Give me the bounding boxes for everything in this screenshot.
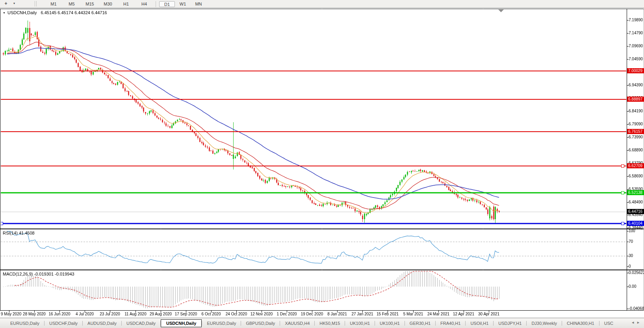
tab-usdcad-daily[interactable]: USDCAD,Daily [122,319,160,327]
rsi-pane[interactable] [1,229,627,269]
date-label: 28 May 2020 [23,312,46,316]
date-axis: 9 May 202028 May 202016 Jun 20204 Jul 20… [0,312,626,317]
chevron-down-icon[interactable]: ▾ [13,2,15,5]
toolbar-grip[interactable] [35,1,37,6]
chart-ohlc-values: 6.45145 6.45174 6.44324 6.44716 [41,10,107,15]
date-label: 24 Mar 2021 [427,312,449,316]
tab-usdchf-daily[interactable]: USDCHF,Daily [45,319,82,327]
tab-uk100-h1[interactable]: UK100,H1 [375,319,405,327]
price-tick: 7.19890 [629,18,644,22]
support-level-blue: 6.40104 [627,221,644,226]
date-label: 29 Aug 2020 [150,312,172,316]
price-tick: 6.94390 [629,83,644,88]
tab-ger30-h1[interactable]: GER30,H1 [405,319,435,327]
resistance-level-3: 6.76157 [627,129,644,134]
timeframe-button-d1[interactable]: D1 [159,1,175,7]
support-level-green: 6.52138 [627,190,644,195]
price-tick: 6.48490 [629,200,644,205]
rsi-tick: 30 [629,253,644,258]
macd-tick: -0.04068 [629,306,644,311]
price-tick: 6.73990 [629,135,644,140]
timeframe-buttons: M1M5M15M30H1H4D1W1MN [45,0,206,7]
price-tick: 6.79090 [629,122,644,127]
date-label: 8 Jan 2021 [327,312,347,316]
date-label: 23 Jul 2020 [100,312,120,316]
resistance-level-1: 7.00029 [627,68,644,73]
toolbar-separator [156,1,156,7]
date-label: 12 Apr 2021 [453,312,474,316]
tab-scroll-arrows: ◄► [631,321,642,324]
rsi-indicator-label: RSI(14) 41.4508 [3,231,35,235]
price-tick: 6.84190 [629,109,644,114]
tab-eurusd-daily[interactable]: EURUSD,Daily [6,319,44,327]
timeframe-button-w1[interactable]: W1 [175,1,191,7]
tab-dj30-weekly[interactable]: DJ30,Weekly [527,319,562,327]
chart-title: ▼USDCNH,Daily6.45145 6.45174 6.44324 6.4… [3,10,107,15]
date-label: 30 Apr 2021 [478,312,499,316]
timeframe-button-mn[interactable]: MN [191,1,206,7]
tab-usdcnh-daily[interactable]: USDCNH,Daily [161,319,202,327]
date-label: 15 Feb 2021 [377,312,399,316]
tab-scroll-right-icon[interactable]: ► [637,321,642,324]
tab-fra40-h1[interactable]: FRA40,H1 [436,319,465,327]
price-tick: 6.68890 [629,148,644,153]
chart-shift-marker[interactable] [498,9,504,12]
resistance-level-2: 6.88897 [627,97,644,102]
date-label: 5 Mar 2021 [403,312,423,316]
macd-pane[interactable] [1,270,627,310]
date-label: 1 Dec 2020 [277,312,297,316]
rsi-tick: 100 [629,229,644,233]
symbol-tab-bar: EURUSD,DailyUSDCHF,DailyAUDUSD,DailyUSDC… [0,318,644,328]
date-label: 16 Jun 2020 [48,312,70,316]
tab-china300-h1[interactable]: CHINA300,H1 [562,319,599,327]
rsi-tick: 70 [629,239,644,244]
date-label: 9 May 2020 [1,312,21,316]
price-tick: 7.09690 [629,44,644,48]
date-label: 12 Nov 2020 [251,312,273,316]
tab-scroll-left-icon[interactable]: ◄ [631,321,637,324]
tab-usdjpy-h1[interactable]: USDJPY,H1 [494,319,526,327]
resistance-level-4: 6.62709 [627,163,644,168]
date-label: 4 Jul 2020 [76,312,94,316]
tab-usoil-h1[interactable]: USOil,H1 [466,319,493,327]
collapse-triangle-icon[interactable]: ▼ [3,11,6,14]
main-chart-pane[interactable] [1,9,627,228]
timeframe-toolbar: + ▾ M1M5M15M30H1H4D1W1MN [0,0,644,8]
date-label: 27 Jan 2021 [351,312,373,316]
date-label: 17 Sep 2020 [175,312,197,316]
tab-xauusd-h4[interactable]: XAUUSD,H4 [280,319,314,327]
timeframe-button-h1[interactable]: H1 [117,1,135,7]
tab-gbpusd-daily[interactable]: GBPUSD,Daily [241,319,280,327]
timeframe-button-m30[interactable]: M30 [99,1,117,7]
price-tick: 6.58690 [629,174,644,179]
price-tick: 7.14790 [629,31,644,35]
rsi-tick: 0 [629,264,644,269]
tab-uk100-h1[interactable]: UK100,H1 [345,319,375,327]
chart-cursor-icon[interactable]: + [2,1,10,7]
macd-tick: 0.025623 [629,270,644,275]
macd-tick: 0.00 [629,284,644,289]
timeframe-button-h4[interactable]: H4 [135,1,153,7]
timeframe-button-m1[interactable]: M1 [45,1,63,7]
timeframe-button-m5[interactable]: M5 [63,1,81,7]
tab-hk50-m15[interactable]: HK50,M15 [315,319,345,327]
date-label: 19 Dec 2020 [301,312,323,316]
date-label: 6 Oct 2020 [202,312,221,316]
tab-usc[interactable]: USC [599,319,618,327]
timeframe-button-m15[interactable]: M15 [81,1,99,7]
tab-audusd-daily[interactable]: AUDUSD,Daily [83,319,121,327]
date-label: 24 Oct 2020 [226,312,247,316]
price-tick: 7.04590 [629,57,644,62]
chart-symbol-period: USDCNH,Daily [7,10,37,15]
tab-eurusd-daily[interactable]: EURUSD,Daily [202,319,241,327]
macd-indicator-label: MACD(12,26,9) -0.019301 -0.019943 [3,272,74,276]
current-price-label: 6.44716 [627,209,644,214]
date-label: 11 Aug 2020 [124,312,146,316]
